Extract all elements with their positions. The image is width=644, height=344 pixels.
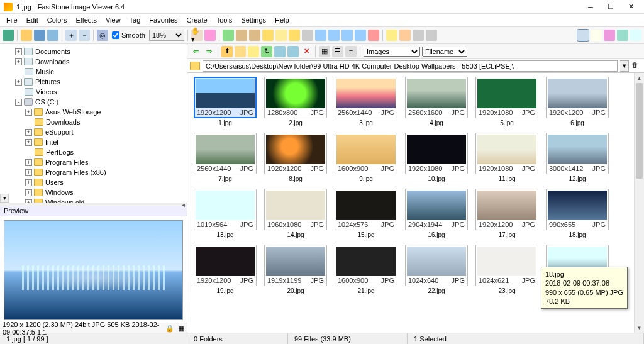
thumbnail[interactable]: 1019x564JPG13.jpg	[192, 189, 258, 238]
thumbnail[interactable]: 1960x1080JPG14.jpg	[263, 189, 328, 238]
tree-expander[interactable]: +	[25, 189, 32, 196]
tree-node[interactable]: -OS (C:)	[1, 97, 186, 107]
save-icon[interactable]	[34, 30, 45, 41]
canvas-icon[interactable]	[249, 30, 260, 41]
menu-tools[interactable]: Tools	[213, 15, 236, 25]
nav-home-icon[interactable]	[235, 46, 246, 57]
tree-node[interactable]: Music	[1, 67, 186, 77]
smooth-checkbox[interactable]	[112, 31, 119, 39]
view-preview-icon[interactable]	[617, 30, 628, 41]
tree-node[interactable]: +eSupport	[1, 127, 186, 137]
effects-icon[interactable]	[289, 30, 300, 41]
nav-rotL-icon[interactable]	[274, 46, 286, 57]
tree-node[interactable]: +Asus WebStorage	[1, 107, 186, 117]
draw-icon[interactable]	[262, 30, 274, 41]
tree-node[interactable]: +Documents	[1, 47, 186, 57]
ratio-lock-icon[interactable]: 🔒	[165, 325, 173, 332]
thumbnail-frame[interactable]: 1920x1200JPG	[194, 77, 257, 118]
tree-expander[interactable]: +	[15, 58, 22, 65]
thumbnail-frame[interactable]: 1600x900JPG	[335, 245, 397, 286]
histogram-icon[interactable]: ▦	[178, 325, 184, 332]
tree-expander[interactable]: +	[15, 48, 22, 55]
thumbnail-frame[interactable]: 1920x1080JPG	[475, 77, 538, 118]
scroll-thumb[interactable]	[636, 83, 643, 179]
nav-up-icon[interactable]: ⬆	[221, 46, 233, 57]
thumbnail[interactable]: 1600x900JPG9.jpg	[333, 133, 399, 182]
rotate-left-icon[interactable]	[315, 30, 326, 41]
undo-icon[interactable]	[341, 30, 353, 41]
thumbnail-frame[interactable]: 1920x1080JPG	[475, 133, 538, 174]
tree-node[interactable]: +Pictures	[1, 77, 186, 87]
menu-file[interactable]: File	[3, 15, 21, 25]
nav-back-icon[interactable]: ⇐	[190, 46, 201, 57]
thumbnail[interactable]: 2560x1600JPG4.jpg	[404, 77, 469, 126]
acquire-icon[interactable]	[3, 30, 14, 41]
email-icon[interactable]	[399, 30, 411, 41]
tree-node[interactable]: +Program Files	[1, 157, 186, 167]
thumbnail-frame[interactable]: 2904x1944JPG	[405, 189, 468, 230]
recycle-icon[interactable]: 🗑	[631, 61, 641, 71]
crop-icon[interactable]	[223, 30, 234, 41]
thumbnail[interactable]: 1024x576JPG15.jpg	[333, 189, 399, 238]
thumbnail-frame[interactable]: 3000x1412JPG	[546, 133, 609, 174]
thumbnail[interactable]: 3000x1412JPG12.jpg	[545, 133, 610, 182]
thumbnail[interactable]: 1920x1200JPG6.jpg	[545, 77, 610, 126]
thumbnail-frame[interactable]: 1920x1200JPG	[264, 133, 327, 174]
view-list-icon[interactable]: ☰	[332, 46, 343, 57]
hand-icon[interactable]: ✋▾	[191, 30, 203, 41]
tree-expander[interactable]: +	[25, 139, 32, 146]
view-browser-icon[interactable]	[604, 30, 615, 41]
menu-favorites[interactable]: Favorites	[145, 15, 181, 25]
thumbnail[interactable]: 2904x1944JPG16.jpg	[404, 189, 469, 238]
menu-view[interactable]: View	[102, 15, 125, 25]
thumbnail-frame[interactable]: 1920x1200JPG	[475, 189, 538, 230]
thumbnail[interactable]: 1280x800JPG2.jpg	[263, 77, 328, 126]
tree-node[interactable]: +Program Files (x86)	[1, 167, 186, 177]
view-grid-icon[interactable]: ▦	[319, 46, 330, 57]
redo-icon[interactable]	[355, 30, 366, 41]
sort-select[interactable]: Filename	[422, 47, 467, 57]
preview-pane[interactable]: 1920 x 1200 (2.30 MP) 24bit JPG 505 KB 2…	[0, 216, 187, 333]
thumbnail[interactable]: 2560x1440JPG3.jpg	[333, 77, 399, 126]
menu-tag[interactable]: Tag	[126, 15, 145, 25]
view-dual-icon[interactable]	[591, 30, 602, 41]
print2-icon[interactable]	[426, 30, 437, 41]
tree-node[interactable]: Videos	[1, 87, 186, 97]
resize-icon[interactable]	[236, 30, 247, 41]
thumbnail-frame[interactable]: 1600x900JPG	[335, 133, 397, 174]
preview-image[interactable]	[4, 220, 183, 320]
saveas-icon[interactable]	[47, 30, 58, 41]
folder-tree[interactable]: +Documents+DownloadsMusic+PicturesVideos…	[0, 44, 187, 203]
thumbs-scrollbar[interactable]: ▲ ▼	[634, 73, 644, 333]
tree-node[interactable]: +Windows	[1, 187, 186, 197]
thumbnail-frame[interactable]: 1919x1199JPG	[264, 245, 327, 286]
thumbnail[interactable]: 990x655JPG18.jpg	[545, 189, 610, 238]
thumbnail[interactable]: 1600x900JPG21.jpg	[333, 245, 399, 294]
address-dropdown[interactable]: ▾	[620, 60, 629, 72]
thumbnail-frame[interactable]: 1920x1200JPG	[546, 77, 609, 118]
adjust-icon[interactable]	[275, 30, 287, 41]
redeye-icon[interactable]	[302, 30, 313, 41]
scroll-down-icon[interactable]: ▼	[635, 323, 644, 333]
compare-icon[interactable]	[368, 30, 379, 41]
zoom-in-icon[interactable]: ＋	[65, 30, 77, 41]
tree-node[interactable]: +Users	[1, 177, 186, 187]
horizontal-splitter[interactable]	[0, 203, 187, 206]
thumbnail[interactable]: 1919x1199JPG20.jpg	[263, 245, 328, 294]
tree-scroll-down[interactable]: ▾	[0, 194, 9, 203]
thumbnail[interactable]: 1920x1080JPG11.jpg	[474, 133, 540, 182]
menu-create[interactable]: Create	[183, 15, 211, 25]
maximize-button[interactable]: ☐	[601, 1, 620, 13]
nav-refresh-icon[interactable]: ↻	[261, 46, 272, 57]
thumbnail-frame[interactable]: 2560x1600JPG	[405, 77, 468, 118]
new-icon[interactable]	[21, 30, 32, 41]
thumbnail-frame[interactable]: 2560x1440JPG	[335, 77, 397, 118]
tree-expander[interactable]: +	[25, 159, 32, 166]
close-button[interactable]: ✕	[621, 1, 640, 13]
thumbnail-frame[interactable]: 1024x621JPG	[475, 245, 538, 286]
view-detail-icon[interactable]: ≡	[345, 46, 357, 57]
thumbnail-frame[interactable]: 1024x640JPG	[405, 245, 468, 286]
thumbnail-frame[interactable]: 1920x1200JPG	[194, 245, 257, 286]
tree-expander[interactable]: +	[25, 129, 32, 136]
fullscreen-icon[interactable]	[630, 30, 641, 41]
